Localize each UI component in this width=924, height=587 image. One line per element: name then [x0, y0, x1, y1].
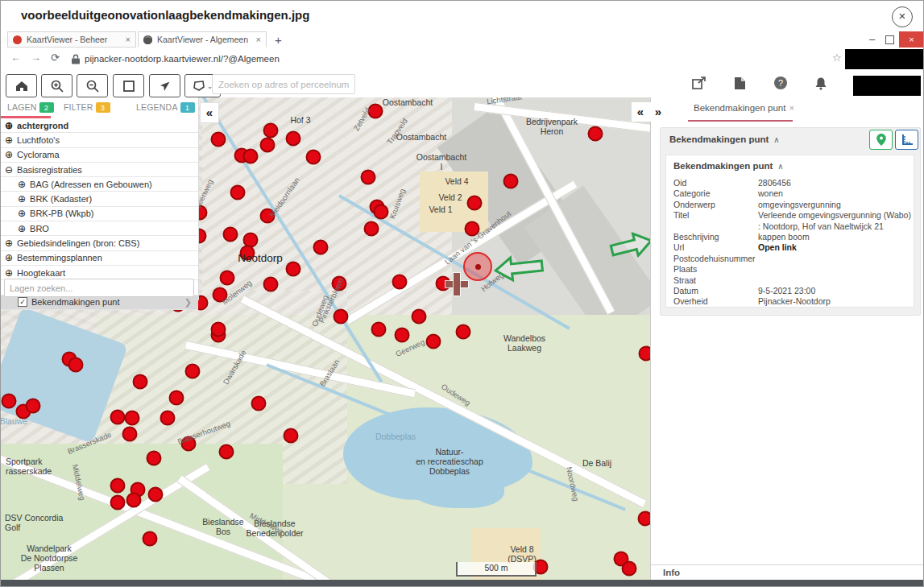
- announcement-point[interactable]: [364, 221, 379, 237]
- announcement-point[interactable]: [588, 126, 603, 142]
- layer-row-brk-pb-wkpb-[interactable]: ⊕BRK-PB (Wkpb): [1, 207, 198, 221]
- announcement-point[interactable]: [374, 205, 389, 220]
- reload-icon[interactable]: ⟳: [51, 52, 60, 64]
- announcement-point[interactable]: [243, 149, 259, 164]
- collapse-node-icon[interactable]: ⊖: [5, 165, 13, 175]
- layer-row-basisregistraties[interactable]: ⊖Basisregistraties: [1, 163, 198, 177]
- panel-expand-button[interactable]: »: [649, 102, 667, 122]
- announcement-point[interactable]: [110, 478, 126, 494]
- notifications-button[interactable]: [814, 76, 827, 93]
- layer-row-bag-adressen-en-gebouwen-[interactable]: ⊕BAG (Adressen en Gebouwen): [1, 177, 198, 192]
- expand-node-icon[interactable]: ⊕: [5, 268, 13, 278]
- announcement-point[interactable]: [181, 436, 197, 452]
- announcement-point[interactable]: [412, 309, 427, 325]
- zoom-extent-button[interactable]: [113, 74, 144, 97]
- announcement-point[interactable]: [467, 196, 483, 211]
- announcement-point[interactable]: [263, 277, 279, 292]
- window-minimize-button[interactable]: –: [869, 33, 875, 45]
- geolocate-button[interactable]: [149, 74, 180, 97]
- tab-close-icon[interactable]: ×: [256, 35, 261, 44]
- announcement-point[interactable]: [263, 123, 279, 138]
- bookmark-star-icon[interactable]: ☆: [832, 52, 842, 64]
- announcement-point[interactable]: [230, 185, 246, 200]
- announcement-point[interactable]: [638, 511, 651, 527]
- sidebar-collapse-button[interactable]: «: [200, 102, 219, 123]
- announcement-point[interactable]: [371, 322, 387, 337]
- announcement-point[interactable]: [313, 240, 329, 255]
- announcement-point[interactable]: [286, 131, 301, 147]
- announcement-point[interactable]: [240, 246, 255, 261]
- home-button[interactable]: [6, 74, 37, 97]
- expand-node-icon[interactable]: ⊕: [18, 224, 26, 234]
- redline-button[interactable]: [692, 76, 706, 93]
- announcement-point[interactable]: [361, 170, 376, 185]
- announcement-point[interactable]: [147, 451, 162, 466]
- announcement-point[interactable]: [392, 275, 408, 290]
- new-tab-button[interactable]: +: [275, 33, 282, 47]
- announcement-point[interactable]: [185, 364, 201, 379]
- announcement-point[interactable]: [211, 132, 226, 147]
- announcement-point[interactable]: [26, 399, 41, 414]
- attribute-value[interactable]: Open link: [758, 242, 911, 253]
- announcement-point[interactable]: [133, 374, 148, 390]
- layer-row-gebiedsindelingen-bron-cbs-[interactable]: ⊕Gebiedsindelingen (bron: CBS): [1, 236, 198, 250]
- back-icon[interactable]: ←: [10, 52, 21, 64]
- layer-search-input[interactable]: [4, 279, 194, 297]
- layer-row-cyclorama[interactable]: ⊕Cyclorama: [1, 148, 198, 163]
- help-button[interactable]: ?: [774, 76, 787, 89]
- announcement-point[interactable]: [306, 150, 321, 165]
- announcement-point[interactable]: [284, 428, 299, 444]
- layer-row-bekendmakingen-punt[interactable]: ✓Bekendmakingen punt❯: [1, 296, 198, 310]
- layer-row-bestemmingsplannen[interactable]: ⊕Bestemmingsplannen: [1, 251, 198, 266]
- announcement-point[interactable]: [110, 410, 126, 425]
- announcement-point[interactable]: [260, 209, 276, 224]
- announcement-point[interactable]: [219, 444, 234, 460]
- expand-node-icon[interactable]: ⊕: [18, 194, 26, 204]
- url-text[interactable]: pijnacker-nootdorp.kaartviewer.nl/?@Alge…: [85, 54, 280, 64]
- announcement-point[interactable]: [68, 358, 84, 373]
- zoom-to-feature-button[interactable]: [869, 130, 893, 150]
- announcement-point[interactable]: [211, 322, 226, 337]
- announcement-point[interactable]: [148, 487, 164, 502]
- announcement-point[interactable]: [368, 104, 383, 119]
- window-close-button[interactable]: ×: [899, 31, 924, 48]
- forward-icon[interactable]: →: [31, 52, 41, 64]
- zoom-out-button[interactable]: [77, 74, 108, 97]
- announcement-point[interactable]: [332, 276, 347, 291]
- announcement-point[interactable]: [169, 391, 184, 406]
- expand-node-icon[interactable]: ⊕: [5, 238, 13, 248]
- announcement-point[interactable]: [639, 346, 651, 362]
- zoom-in-button[interactable]: [41, 74, 73, 97]
- panel-tab-close-icon[interactable]: ×: [789, 103, 794, 113]
- tab-lagen[interactable]: LAGEN2: [7, 102, 54, 113]
- announcement-point[interactable]: [456, 325, 471, 340]
- layer-row-brk-kadaster-[interactable]: ⊕BRK (Kadaster): [1, 192, 198, 206]
- announcement-point[interactable]: [334, 309, 349, 325]
- announcement-point[interactable]: [260, 138, 276, 153]
- announcement-point[interactable]: [220, 271, 235, 286]
- tab-close-icon[interactable]: ×: [126, 35, 131, 44]
- announcement-point[interactable]: [122, 427, 138, 442]
- layer-row-bro[interactable]: ⊕BRO: [1, 221, 198, 236]
- feature-detail-title[interactable]: Bekendmakingen punt∧: [673, 161, 784, 171]
- announcement-point[interactable]: [503, 174, 519, 189]
- announcement-point[interactable]: [160, 411, 176, 426]
- announcement-point[interactable]: [465, 221, 480, 237]
- layer-row-achtergrond[interactable]: ⊕achtergrond: [1, 118, 198, 133]
- announcement-point[interactable]: [395, 328, 410, 343]
- lightbox-close-icon[interactable]: ×: [892, 6, 913, 27]
- browser-tab-beheer[interactable]: KaartViewer - Beheer ×: [7, 31, 136, 48]
- layer-checkbox[interactable]: ✓: [18, 297, 27, 307]
- expand-node-icon[interactable]: ⊕: [5, 135, 13, 145]
- measure-button[interactable]: [895, 130, 918, 150]
- announcement-point[interactable]: [286, 262, 301, 277]
- window-maximize-button[interactable]: [885, 35, 894, 44]
- expand-node-icon[interactable]: ⊕: [5, 121, 13, 130]
- expand-node-icon[interactable]: ⊕: [5, 150, 13, 159]
- announcement-point[interactable]: [213, 287, 228, 303]
- panel-collapse-button[interactable]: «: [632, 102, 649, 122]
- announcement-point[interactable]: [126, 493, 142, 508]
- announcement-point[interactable]: [223, 227, 238, 242]
- address-search-input[interactable]: [212, 74, 355, 94]
- announcement-point[interactable]: [622, 561, 637, 577]
